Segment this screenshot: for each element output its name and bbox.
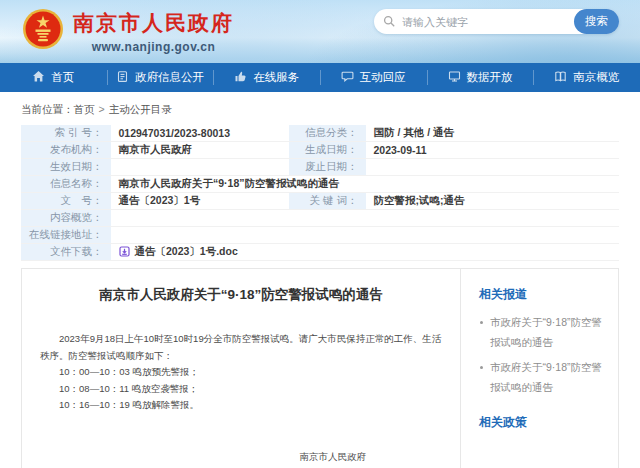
page-title: 南京市人民政府关于“9·18”防空警报试鸣的通告 <box>40 286 442 304</box>
effective-date-label: 生效日期： <box>21 159 111 176</box>
schedule-line: 10：16—10：19 鸣放解除警报。 <box>59 397 442 414</box>
nav-item-overview[interactable]: 南京概览 <box>533 63 640 92</box>
breadcrumb: 当前位置：首页>主动公开目录 <box>0 92 640 125</box>
overview-label: 内容概览： <box>21 210 111 227</box>
online-link-label: 在线链接地址： <box>21 227 111 244</box>
nav-label: 首页 <box>51 70 74 85</box>
schedule-line: 10：00—10：03 鸣放预先警报； <box>59 364 442 381</box>
keywords-value: 防空警报;试鸣;通告 <box>366 193 620 210</box>
nav-label: 互动回应 <box>360 70 406 85</box>
document-icon <box>116 70 129 85</box>
nav-label: 政府信息公开 <box>135 70 204 85</box>
publisher-label: 发布机构： <box>21 142 111 159</box>
file-download-label: 文件下载： <box>21 244 111 261</box>
table-row: 文 号： 通告〔2023〕1号 关 键 词： 防空警报;试鸣;通告 <box>21 193 619 210</box>
created-date-label: 生成日期： <box>289 142 366 159</box>
related-report-link[interactable]: 市政府关于“9·18”防空警报试鸣的通告 <box>479 313 606 353</box>
document-meta-table: 索 引 号： 012947031/2023-80013 信息分类： 国防 / 其… <box>21 125 619 261</box>
breadcrumb-home-link[interactable]: 首页 <box>74 103 95 115</box>
info-name-label: 信息名称： <box>21 176 111 193</box>
search-box[interactable]: 搜索 <box>374 9 619 34</box>
notice-article: 南京市人民政府关于“9·18”防空警报试鸣的通告 2023年9月18日上午10时… <box>22 269 460 468</box>
book-icon <box>554 70 567 85</box>
site-title: 南京市人民政府 <box>73 9 234 37</box>
table-row: 在线链接地址： <box>21 227 619 244</box>
nav-item-online-services[interactable]: 在线服务 <box>213 63 320 92</box>
signature-org: 南京市人民政府 <box>40 448 366 466</box>
overview-value <box>111 210 620 227</box>
site-banner: 南京市人民政府 www.nanjing.gov.cn 搜索 <box>0 0 640 63</box>
content-area: 南京市人民政府关于“9·18”防空警报试鸣的通告 2023年9月18日上午10时… <box>21 268 619 468</box>
created-date-value: 2023-09-11 <box>366 142 620 159</box>
nav-label: 在线服务 <box>253 70 299 85</box>
table-row: 内容概览： <box>21 210 619 227</box>
breadcrumb-prefix: 当前位置： <box>21 103 74 115</box>
siren-schedule: 10：00—10：03 鸣放预先警报； 10：08—10：11 鸣放空袭警报； … <box>40 364 442 414</box>
table-row: 生效日期： 废止日期： <box>21 159 619 176</box>
category-label: 信息分类： <box>289 125 366 142</box>
monitor-icon <box>448 70 461 85</box>
abolished-date-value <box>366 159 620 176</box>
thumbs-up-icon <box>234 70 247 85</box>
chat-bubble-icon <box>341 70 354 85</box>
table-row: 发布机构： 南京市人民政府 生成日期： 2023-09-11 <box>21 142 619 159</box>
table-row: 文件下载： 通告〔2023〕1号.doc <box>21 244 619 261</box>
breadcrumb-separator: > <box>99 103 105 115</box>
doc-number-label: 文 号： <box>21 193 111 210</box>
keywords-label: 关 键 词： <box>289 193 366 210</box>
search-button[interactable]: 搜索 <box>574 9 619 34</box>
related-sidebar: 相关报道 市政府关于“9·18”防空警报试鸣的通告 市政府关于“9·18”防空警… <box>460 269 618 468</box>
index-number-label: 索 引 号： <box>21 125 111 142</box>
nav-item-info-disclosure[interactable]: 政府信息公开 <box>107 63 214 92</box>
nav-item-home[interactable]: 首页 <box>0 63 107 92</box>
related-report-link[interactable]: 市政府关于“9·18”防空警报试鸣的通告 <box>479 358 606 398</box>
nav-item-interaction[interactable]: 互动回应 <box>320 63 427 92</box>
home-icon <box>32 70 45 85</box>
abolished-date-label: 废止日期： <box>289 159 366 176</box>
download-icon <box>119 246 130 259</box>
category-value: 国防 / 其他 / 通告 <box>366 125 620 142</box>
nav-label: 数据开放 <box>467 70 513 85</box>
schedule-line: 10：08—10：11 鸣放空袭警报； <box>59 381 442 398</box>
site-brand[interactable]: 南京市人民政府 www.nanjing.gov.cn <box>22 8 234 54</box>
table-row: 索 引 号： 012947031/2023-80013 信息分类： 国防 / 其… <box>21 125 619 142</box>
doc-number-value: 通告〔2023〕1号 <box>111 193 289 210</box>
search-input[interactable] <box>396 16 574 28</box>
main-nav: 首页 政府信息公开 在线服务 互动回应 <box>0 63 640 92</box>
online-link-value <box>111 227 620 244</box>
effective-date-value <box>111 159 289 176</box>
info-name-value: 南京市人民政府关于“9·18”防空警报试鸣的通告 <box>111 176 620 193</box>
nav-item-open-data[interactable]: 数据开放 <box>427 63 534 92</box>
nav-label: 南京概览 <box>573 70 619 85</box>
table-row: 信息名称： 南京市人民政府关于“9·18”防空警报试鸣的通告 <box>21 176 619 193</box>
site-url: www.nanjing.gov.cn <box>73 40 234 54</box>
signature-block: 南京市人民政府 2023年9月11日 <box>40 448 442 468</box>
related-reports-heading: 相关报道 <box>479 286 606 303</box>
notice-intro-paragraph: 2023年9月18日上午10时至10时19分全市防空警报试鸣。请广大市民保持正常… <box>40 330 442 364</box>
breadcrumb-current-link[interactable]: 主动公开目录 <box>109 103 172 115</box>
file-download-link[interactable]: 通告〔2023〕1号.doc <box>119 245 238 259</box>
download-file-name: 通告〔2023〕1号.doc <box>135 245 238 259</box>
publisher-value: 南京市人民政府 <box>111 142 289 159</box>
national-emblem-icon <box>22 8 64 54</box>
related-policies-heading: 相关政策 <box>479 414 606 431</box>
search-icon <box>383 15 396 28</box>
index-number-value: 012947031/2023-80013 <box>111 125 289 142</box>
